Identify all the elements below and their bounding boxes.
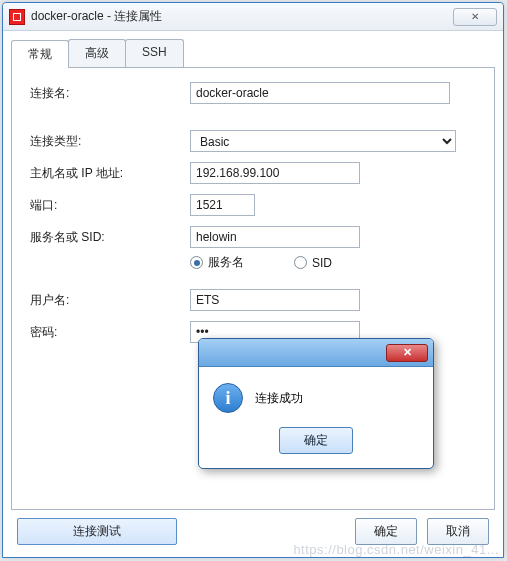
info-icon: i <box>213 383 243 413</box>
message-ok-button[interactable]: 确定 <box>279 427 353 454</box>
port-input[interactable] <box>190 194 255 216</box>
window-title: docker-oracle - 连接属性 <box>31 8 453 25</box>
test-connection-button[interactable]: 连接测试 <box>17 518 177 545</box>
client-area: 常规 高级 SSH 连接名: 连接类型: Basic 主机名或 IP 地址: <box>3 31 503 557</box>
cancel-button[interactable]: 取消 <box>427 518 489 545</box>
connection-properties-window: docker-oracle - 连接属性 ✕ 常规 高级 SSH 连接名: 连接… <box>2 2 504 558</box>
radio-service-name[interactable]: 服务名 <box>190 254 244 271</box>
label-password: 密码: <box>30 324 190 341</box>
radio-sid-label: SID <box>312 256 332 270</box>
connection-name-input[interactable] <box>190 82 450 104</box>
message-dialog: ✕ i 连接成功 确定 <box>198 338 434 469</box>
tab-ssh[interactable]: SSH <box>125 39 184 67</box>
tab-advanced[interactable]: 高级 <box>68 39 126 67</box>
label-service: 服务名或 SID: <box>30 229 190 246</box>
label-host: 主机名或 IP 地址: <box>30 165 190 182</box>
radio-icon <box>190 256 203 269</box>
service-input[interactable] <box>190 226 360 248</box>
tabstrip: 常规 高级 SSH <box>11 39 495 68</box>
label-connection-name: 连接名: <box>30 85 190 102</box>
ok-button[interactable]: 确定 <box>355 518 417 545</box>
radio-service-label: 服务名 <box>208 254 244 271</box>
message-text: 连接成功 <box>255 390 303 407</box>
message-dialog-titlebar[interactable]: ✕ <box>199 339 433 367</box>
tab-general[interactable]: 常规 <box>11 40 69 68</box>
connection-type-select[interactable]: Basic <box>190 130 456 152</box>
label-username: 用户名: <box>30 292 190 309</box>
host-input[interactable] <box>190 162 360 184</box>
label-connection-type: 连接类型: <box>30 133 190 150</box>
titlebar[interactable]: docker-oracle - 连接属性 ✕ <box>3 3 503 31</box>
close-icon[interactable]: ✕ <box>453 8 497 26</box>
username-input[interactable] <box>190 289 360 311</box>
radio-icon <box>294 256 307 269</box>
message-dialog-body: i 连接成功 <box>199 367 433 421</box>
dialog-footer: 连接测试 确定 取消 <box>11 510 495 549</box>
message-dialog-footer: 确定 <box>199 421 433 468</box>
close-icon[interactable]: ✕ <box>386 344 428 362</box>
label-port: 端口: <box>30 197 190 214</box>
radio-sid[interactable]: SID <box>294 254 332 271</box>
app-icon <box>9 9 25 25</box>
